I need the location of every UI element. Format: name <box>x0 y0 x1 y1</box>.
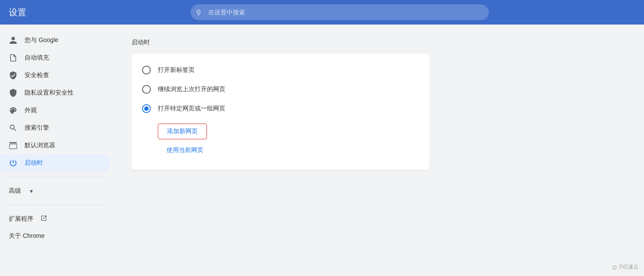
shield-icon <box>9 71 18 80</box>
svg-rect-0 <box>10 142 17 144</box>
search-input[interactable] <box>191 4 489 20</box>
browser-icon <box>9 141 18 150</box>
extensions-label: 扩展程序 <box>9 215 33 223</box>
action-buttons: 添加新网页 使用当前网页 <box>132 118 430 163</box>
main-layout: 您与 Google 自动填充 安全检查 隐私设置和安全性 外观 <box>0 25 644 276</box>
sidebar-label-startup: 启动时 <box>25 159 43 167</box>
sidebar-label-appearance: 外观 <box>25 106 37 114</box>
privacy-icon <box>9 88 18 97</box>
chevron-down-icon: ▾ <box>30 188 33 195</box>
sidebar-item-privacy[interactable]: 隐私设置和安全性 <box>0 84 110 102</box>
sidebar-item-safety[interactable]: 安全检查 <box>0 67 110 84</box>
page-title: 设置 <box>9 7 35 18</box>
content-area: 启动时 打开新标签页 继续浏览上次打开的网页 打开特定网页或一组网页 添加新网页… <box>114 25 644 276</box>
sidebar-item-browser[interactable]: 默认浏览器 <box>0 137 110 154</box>
sidebar-label-browser: 默认浏览器 <box>25 142 55 149</box>
watermark-icon: ⊙ <box>612 264 617 271</box>
sidebar-item-startup[interactable]: 启动时 <box>0 154 110 172</box>
option-continue-label: 继续浏览上次打开的网页 <box>158 85 225 93</box>
power-icon <box>9 159 18 167</box>
sidebar-item-google[interactable]: 您与 Google <box>0 32 110 49</box>
search-icon: ⚲ <box>196 8 201 17</box>
sidebar-divider <box>9 177 105 177</box>
option-new-tab[interactable]: 打开新标签页 <box>132 60 430 80</box>
about-label: 关于 Chrome <box>9 232 45 240</box>
startup-options-card: 打开新标签页 继续浏览上次打开的网页 打开特定网页或一组网页 添加新网页 使用当… <box>132 53 430 170</box>
palette-icon <box>9 106 18 115</box>
sidebar-label-safety: 安全检查 <box>25 71 49 79</box>
option-continue[interactable]: 继续浏览上次打开的网页 <box>132 80 430 99</box>
sidebar: 您与 Google 自动填充 安全检查 隐私设置和安全性 外观 <box>0 25 114 276</box>
use-current-button[interactable]: 使用当前网页 <box>158 143 212 158</box>
radio-continue[interactable] <box>142 85 151 94</box>
header: 设置 ⚲ <box>0 0 644 25</box>
radio-specific[interactable] <box>142 104 151 113</box>
watermark: ⊙ ©亿速云 <box>612 263 639 271</box>
sidebar-label-privacy: 隐私设置和安全性 <box>25 89 74 97</box>
sidebar-label-autofill: 自动填充 <box>25 54 49 62</box>
search-icon <box>9 124 18 132</box>
option-specific[interactable]: 打开特定网页或一组网页 <box>132 99 430 118</box>
option-specific-label: 打开特定网页或一组网页 <box>158 105 225 113</box>
sidebar-label-search: 搜索引擎 <box>25 124 49 132</box>
sidebar-item-search[interactable]: 搜索引擎 <box>0 119 110 137</box>
section-title: 启动时 <box>132 39 626 46</box>
sidebar-item-autofill[interactable]: 自动填充 <box>0 49 110 67</box>
search-bar: ⚲ <box>191 4 489 20</box>
watermark-text: ©亿速云 <box>619 263 639 271</box>
person-icon <box>9 36 18 45</box>
svg-rect-1 <box>10 144 17 149</box>
sidebar-item-about[interactable]: 关于 Chrome <box>0 228 114 244</box>
sidebar-divider-2 <box>9 205 105 205</box>
radio-new-tab[interactable] <box>142 66 151 74</box>
sidebar-label-google: 您与 Google <box>25 36 58 44</box>
sidebar-item-extensions[interactable]: 扩展程序 <box>0 210 114 228</box>
autofill-icon <box>9 53 18 62</box>
sidebar-item-appearance[interactable]: 外观 <box>0 102 110 119</box>
external-link-icon <box>40 215 47 223</box>
option-new-tab-label: 打开新标签页 <box>158 66 195 74</box>
sidebar-item-advanced[interactable]: 高级 ▾ <box>0 183 114 199</box>
add-page-button[interactable]: 添加新网页 <box>158 124 207 139</box>
advanced-label: 高级 <box>9 187 21 195</box>
